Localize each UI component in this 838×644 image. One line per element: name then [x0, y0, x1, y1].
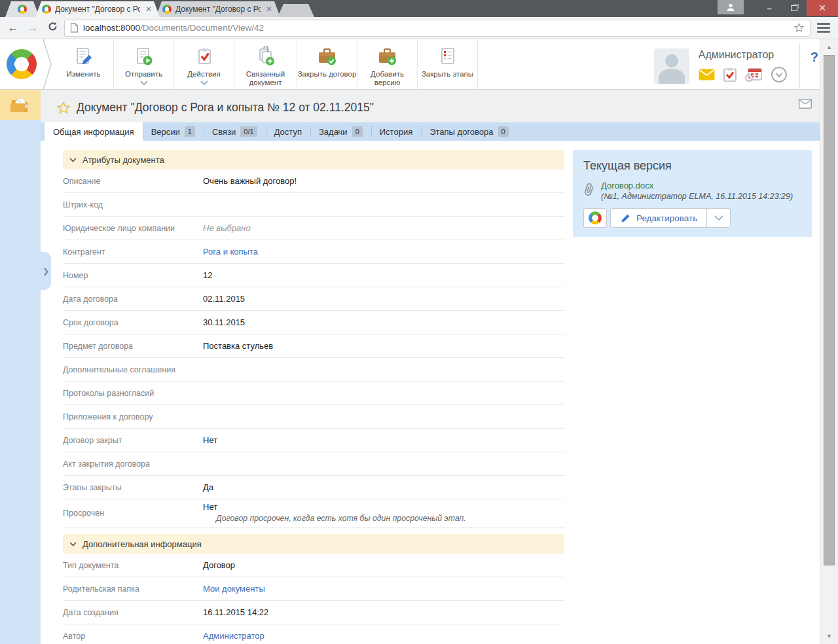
tab-close-icon[interactable]: ✕	[266, 5, 272, 14]
field-row: Родительская папкаМои документы	[63, 577, 564, 601]
tab-badge: 1	[185, 126, 195, 137]
edit-document-button[interactable]: Изменить	[54, 39, 114, 89]
add-version-button[interactable]: Добавить версию	[357, 39, 418, 89]
collapse-chevron-icon	[69, 158, 77, 162]
field-label: Тип документа	[63, 561, 203, 570]
header-edge-chevron	[43, 39, 54, 90]
field-row: АвторАдминистратор	[63, 624, 564, 644]
elma-favicon	[18, 5, 27, 14]
paperclip-icon	[581, 181, 598, 199]
tab-label: Задачи	[319, 127, 348, 137]
scroll-up-arrow[interactable]: ▲	[820, 44, 838, 50]
minimize-button[interactable]: –	[757, 0, 782, 16]
toolbar-button-label: Отправить	[125, 70, 162, 79]
tab-close-icon[interactable]: ✕	[145, 5, 152, 14]
restore-button[interactable]	[782, 0, 807, 16]
messages-icon[interactable]	[699, 69, 715, 80]
new-tab-button[interactable]	[278, 4, 314, 17]
app-header: Изменить Отправить Действия Связанный до…	[0, 39, 838, 90]
page-scrollbar[interactable]: ▲ ▼	[820, 39, 838, 644]
tab-2[interactable]: Связи0/1	[204, 122, 266, 141]
field-label: Приложения к договору	[63, 412, 203, 421]
field-value: 30.11.2015	[203, 317, 245, 327]
calendar-clock-icon[interactable]	[745, 67, 762, 82]
tab-5[interactable]: История	[371, 122, 421, 141]
chevron-down-icon	[714, 215, 723, 221]
field-row: Дата договора02.11.2015	[63, 287, 564, 311]
sidebar-expand-handle[interactable]: ❯	[41, 252, 51, 290]
document-pencil-icon	[73, 46, 94, 67]
field-value: 16.11.2015 14:22	[203, 607, 268, 617]
version-more-button[interactable]	[707, 208, 731, 228]
field-value: Очень важный договор!	[203, 176, 297, 186]
user-name[interactable]: Администратор	[699, 49, 788, 61]
field-value-link[interactable]: Администратор	[203, 631, 264, 641]
elma-logo-icon	[589, 211, 602, 224]
field-row: КонтрагентРога и копыта	[63, 240, 564, 264]
section-header[interactable]: Атрибуты документа	[63, 150, 564, 170]
field-row: Срок договора30.11.2015	[63, 311, 564, 334]
tab-4[interactable]: Задачи0	[310, 122, 371, 141]
stages-list-icon	[437, 46, 458, 67]
sidebar-item-documents[interactable]	[0, 90, 41, 120]
field-row: Договор закрытНет	[63, 429, 564, 452]
field-value: Не выбрано	[203, 223, 251, 233]
forward-button[interactable]: →	[25, 22, 41, 35]
avatar[interactable]	[654, 48, 689, 84]
version-file-link[interactable]: Договор.docx	[601, 181, 793, 190]
browser-pinned-tab[interactable]	[5, 1, 39, 17]
close-stages-button[interactable]: Закрыть этапы	[418, 39, 478, 89]
scroll-down-arrow[interactable]: ▼	[820, 633, 838, 639]
browser-tab-title: Документ "Договор с Ро	[55, 5, 140, 14]
tab-6[interactable]: Этапы договора0	[421, 122, 517, 141]
field-label: Этапы закрыты	[63, 483, 203, 492]
browser-menu-button[interactable]	[817, 23, 830, 33]
section-header[interactable]: Дополнительная информация	[63, 534, 564, 554]
field-value: 12	[203, 270, 212, 280]
back-button[interactable]: ←	[5, 22, 21, 35]
field-value: Да	[203, 482, 213, 492]
browser-tab-active[interactable]: Документ "Договор с Ро ✕	[35, 1, 160, 17]
help-button[interactable]: ?	[811, 50, 818, 65]
send-document-button[interactable]: Отправить	[114, 39, 174, 89]
actions-button[interactable]: Действия	[174, 39, 234, 89]
tab-1[interactable]: Версии1	[143, 122, 204, 141]
browser-tab-inactive[interactable]: Документ "Договор с Ро ✕	[156, 1, 280, 17]
reload-icon	[47, 21, 58, 32]
favorite-star-icon[interactable]	[56, 101, 71, 115]
profile-button[interactable]	[718, 0, 744, 14]
tasks-icon[interactable]	[723, 67, 737, 82]
edit-version-button[interactable]: Редактировать	[610, 208, 707, 228]
field-value-link[interactable]: Рога и копыта	[203, 247, 258, 257]
close-contract-button[interactable]: Закрыть договор	[297, 39, 357, 89]
field-row: Предмет договораПоставка стульев	[63, 334, 564, 358]
open-in-elma-button[interactable]	[583, 208, 607, 228]
tab-3[interactable]: Доступ	[266, 122, 310, 141]
field-row: Дата создания16.11.2015 14:22	[63, 601, 564, 624]
version-file-meta: (№1, Администратор ELMA, 16.11.2015 14:2…	[601, 192, 793, 201]
elma-favicon	[162, 5, 172, 14]
field-note: Договор просрочен, когда есть хотя бы од…	[216, 514, 466, 523]
close-button[interactable]: ✕	[807, 0, 838, 16]
content-tab-strip: Общая информацияВерсии1Связи0/1ДоступЗад…	[41, 122, 820, 141]
subscribe-mail-icon[interactable]	[799, 99, 812, 111]
field-label: Просрочен	[63, 509, 203, 518]
tab-0[interactable]: Общая информация	[45, 122, 143, 141]
expand-menu-icon[interactable]	[771, 66, 788, 83]
app-logo[interactable]	[0, 39, 43, 89]
linked-document-button[interactable]: Связанный документ	[234, 39, 297, 89]
field-label: Автор	[63, 632, 203, 641]
toolbar-button-label: Изменить	[67, 70, 101, 79]
scrollbar-thumb[interactable]	[824, 55, 835, 565]
section-title: Дополнительная информация	[82, 539, 202, 549]
reload-button[interactable]	[45, 21, 60, 35]
address-bar[interactable]: localhost:8000/Documents/Document/View/4…	[64, 20, 811, 37]
folder-tag-icon	[9, 95, 31, 115]
field-value-link[interactable]: Мои документы	[203, 584, 265, 594]
restore-icon	[791, 5, 797, 11]
elma-favicon	[42, 5, 51, 14]
tab-label: Этапы договора	[429, 127, 493, 137]
bookmark-star-icon[interactable]	[793, 22, 805, 33]
field-value: Нет	[203, 435, 217, 445]
field-row: Дополнительные соглашения	[63, 358, 564, 382]
